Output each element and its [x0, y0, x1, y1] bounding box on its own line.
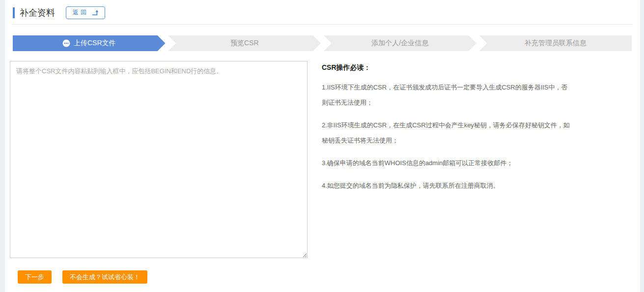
step-add-info[interactable]: 添加个人/企业信息 [324, 35, 476, 51]
header-divider [12, 24, 633, 25]
step-label: 补充管理员联系信息 [525, 39, 587, 48]
back-button[interactable]: 返回 [66, 6, 105, 19]
action-bar: 下一步 不会生成？试试省心装！ [18, 270, 640, 284]
instruction-item-4: 4.如您提交的域名当前为隐私保护，请先联系所在注册商取消。 [322, 178, 570, 193]
csr-instructions: CSR操作必读： 1.IIS环境下生成的CSR，在证书颁发成功后证书一定要导入生… [322, 61, 570, 198]
step-label: 上传CSR文件 [74, 39, 116, 48]
instruction-item-1: 1.IIS环境下生成的CSR，在证书颁发成功后证书一定要导入生成CSR的服务器I… [322, 80, 570, 110]
back-button-label: 返回 [73, 8, 88, 17]
next-step-button[interactable]: 下一步 [18, 270, 52, 284]
step-admin-contact[interactable]: 补充管理员联系信息 [479, 35, 632, 51]
step-label: 预览CSR [230, 39, 259, 48]
main-panel: CSR操作必读： 1.IIS环境下生成的CSR，在证书颁发成功后证书一定要导入生… [10, 61, 640, 258]
instruction-item-3: 3.确保申请的域名当前WHOIS信息的admin邮箱可以正常接收邮件； [322, 155, 570, 171]
easy-install-button[interactable]: 不会生成？试试省心装！ [62, 270, 147, 284]
return-arrow-icon [92, 9, 99, 16]
page-header: 补全资料 返回 [5, 7, 640, 19]
instruction-item-2: 2.非IIS环境生成的CSR，在生成CSR过程中会产生key秘钥，请务必保存好秘… [322, 117, 570, 148]
instructions-heading: CSR操作必读： [322, 63, 570, 72]
step-label: 添加个人/企业信息 [371, 39, 428, 48]
stepper: 上传CSR文件 预览CSR 添加个人/企业信息 补充管理员联系信息 [13, 35, 632, 51]
csr-textarea[interactable] [10, 61, 308, 258]
page-title: 补全资料 [13, 7, 55, 18]
main-content: 补全资料 返回 上传CSR文件 [5, 0, 640, 292]
ellipsis-icon [62, 39, 70, 47]
step-upload-csr[interactable]: 上传CSR文件 [13, 35, 166, 51]
step-preview-csr[interactable]: 预览CSR [168, 35, 321, 51]
